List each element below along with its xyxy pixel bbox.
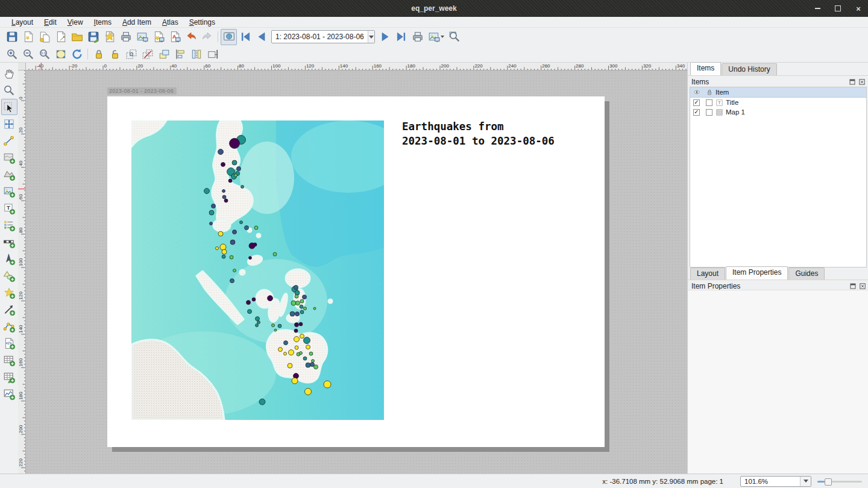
next-feature-button[interactable]	[377, 29, 393, 45]
export-svg-button[interactable]	[150, 29, 166, 45]
add-north-arrow-button[interactable]	[1, 251, 17, 267]
menu-edit[interactable]: Edit	[39, 17, 62, 28]
layout-title-text[interactable]: Earthquakes from 2023-08-01 to 2023-08-0…	[402, 119, 555, 148]
open-layout-button[interactable]	[69, 29, 85, 45]
align-items-button[interactable]	[172, 46, 188, 62]
add-scalebar-button[interactable]	[1, 234, 17, 250]
resize-items-button[interactable]	[204, 46, 221, 62]
unlock-items-button[interactable]	[107, 46, 123, 62]
export-atlas-button[interactable]	[426, 29, 446, 45]
atlas-feature-combo[interactable]: 1: 2023-08-01 - 2023-08-06	[271, 30, 375, 43]
duplicate-layout-button[interactable]	[36, 29, 52, 45]
close-panel-icon[interactable]	[859, 283, 866, 290]
print-atlas-button[interactable]	[409, 29, 426, 45]
add-fixed-table-button[interactable]	[1, 369, 17, 385]
add-html-button[interactable]: </>	[1, 335, 17, 351]
lock-checkbox[interactable]	[706, 109, 712, 116]
last-feature-button[interactable]	[393, 29, 409, 45]
earthquake-point	[234, 174, 237, 177]
first-feature-button[interactable]	[237, 29, 253, 45]
add-arrow-button[interactable]	[1, 301, 17, 318]
layout-manager-button[interactable]	[52, 29, 69, 45]
zoom-combo-caret-icon[interactable]	[800, 477, 811, 486]
add-label-button[interactable]: T	[1, 200, 17, 216]
earthquake-point	[303, 295, 307, 299]
redo-button[interactable]	[199, 29, 215, 45]
close-icon[interactable]: ×	[854, 4, 863, 13]
previous-feature-button[interactable]	[253, 29, 269, 45]
add-attribute-table-icon	[3, 354, 15, 366]
menu-view[interactable]: View	[62, 17, 89, 28]
earthquake-point	[306, 345, 310, 349]
minimize-icon[interactable]	[813, 4, 822, 13]
lock-checkbox[interactable]	[706, 99, 712, 106]
print-layout-button[interactable]	[118, 29, 134, 45]
distribute-items-button[interactable]	[188, 46, 204, 62]
undo-button[interactable]	[183, 29, 199, 45]
edit-nodes-button[interactable]	[1, 133, 17, 149]
zoom-slider-handle[interactable]	[825, 478, 832, 486]
next-feature-icon	[379, 31, 391, 43]
lock-items-button[interactable]	[90, 46, 107, 62]
close-panel-icon[interactable]	[858, 78, 866, 86]
zoom-slider[interactable]	[817, 477, 862, 486]
visibility-checkbox[interactable]: ✓	[693, 109, 700, 116]
svg-text:340: 340	[677, 63, 685, 69]
zoom-actual-button[interactable]: 1:1	[36, 46, 52, 62]
group-items-button[interactable]	[123, 46, 139, 62]
items-tree-row[interactable]: ✓TTitle	[690, 98, 866, 107]
pan-button[interactable]	[1, 65, 17, 81]
atlas-combo-caret-icon[interactable]	[368, 31, 374, 43]
layout-canvas[interactable]: 2023-08-01 - 2023-08-06	[26, 70, 687, 474]
zoom-tool-button[interactable]	[1, 82, 17, 98]
add-elevation-profile-button[interactable]	[1, 386, 17, 402]
atlas-settings-button[interactable]	[446, 29, 462, 45]
float-panel-icon[interactable]	[849, 78, 856, 86]
zoom-level-value: 101.6%	[741, 478, 800, 485]
ungroup-items-button[interactable]	[139, 46, 156, 62]
save-as-template-button[interactable]	[85, 29, 101, 45]
add-shape-button[interactable]	[1, 267, 17, 284]
zoom-in-button[interactable]	[4, 46, 20, 62]
tab-guides[interactable]: Guides	[788, 267, 825, 280]
tab-layout[interactable]: Layout	[690, 267, 725, 280]
items-tree-row[interactable]: ✓Map 1	[690, 107, 866, 117]
export-pdf-button[interactable]: A	[166, 29, 183, 45]
add-picture-button[interactable]	[1, 183, 17, 199]
zoom-out-button[interactable]	[20, 46, 36, 62]
menu-items[interactable]: Items	[89, 17, 117, 28]
save-layout-button[interactable]	[4, 29, 20, 45]
menu-settings[interactable]: Settings	[184, 17, 221, 28]
refresh-button[interactable]	[69, 46, 85, 62]
menu-atlas[interactable]: Atlas	[157, 17, 184, 28]
add-attribute-table-button[interactable]	[1, 352, 17, 368]
raise-items-button[interactable]	[156, 46, 172, 62]
zoom-full-button[interactable]	[52, 46, 69, 62]
tab-item-properties[interactable]: Item Properties	[726, 266, 788, 280]
preview-atlas-button[interactable]	[221, 29, 237, 45]
add-node-item-button[interactable]	[1, 318, 17, 334]
pan-icon	[3, 67, 15, 80]
menu-layout[interactable]: Layout	[6, 17, 39, 28]
add-items-from-template-button[interactable]	[101, 29, 118, 45]
add-3d-map-button[interactable]	[1, 166, 17, 183]
new-layout-button[interactable]	[20, 29, 36, 45]
tab-items[interactable]: Items	[690, 62, 721, 75]
float-panel-icon[interactable]	[849, 283, 857, 290]
select-move-button[interactable]	[1, 99, 17, 115]
svg-text:260: 260	[542, 63, 550, 69]
add-map-button[interactable]	[1, 149, 17, 166]
tab-undo-history[interactable]: Undo History	[722, 63, 776, 75]
move-content-button[interactable]	[1, 116, 17, 132]
earthquake-point	[248, 310, 252, 314]
add-north-arrow-icon	[3, 253, 15, 265]
layout-page[interactable]: Earthquakes from 2023-08-01 to 2023-08-0…	[107, 96, 605, 447]
map-item[interactable]	[131, 120, 384, 420]
zoom-level-combo[interactable]: 101.6%	[740, 476, 811, 487]
add-legend-button[interactable]	[1, 217, 17, 233]
visibility-checkbox[interactable]: ✓	[693, 99, 700, 106]
maximize-icon[interactable]	[833, 4, 843, 13]
menu-add-item[interactable]: Add Item	[117, 17, 157, 28]
export-image-button[interactable]	[134, 29, 150, 45]
add-marker-button[interactable]	[1, 284, 17, 301]
